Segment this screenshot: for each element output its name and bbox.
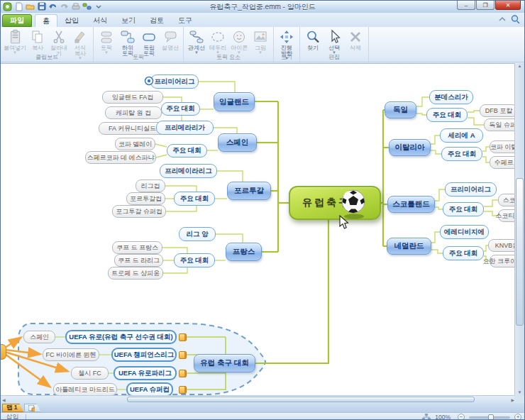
copy-icon [30, 29, 45, 45]
map-node-gersuper[interactable]: 독일 슈퍼컵 [484, 118, 516, 131]
tab-도구[interactable]: 도구 [171, 14, 199, 27]
horizontal-scrollbar[interactable]: ◀ ▶ [1, 395, 516, 403]
tab-홈[interactable]: 홈 [35, 14, 57, 27]
map-node-capital[interactable]: 캐피탈 원 컵 [105, 106, 162, 119]
map-node-eredivisie[interactable]: 에레디비지에 [440, 225, 489, 239]
map-node-cdl[interactable]: 쿠프 드 라리그 [114, 254, 163, 267]
map-node-supercoppa[interactable]: 수페르코파 [490, 156, 516, 169]
map-node-scolcup[interactable]: 스코티시 리그컵 [498, 209, 516, 222]
map-node-spain[interactable]: 스페인 [218, 133, 257, 152]
map-node-porcup[interactable]: 포르투갈컵 [126, 192, 165, 205]
map-node-scocup[interactable]: 스코티시컵 [498, 194, 516, 206]
ribbon-button-선택[interactable]: 선택▼ [324, 28, 345, 55]
map-node-usc[interactable]: UEFA 슈퍼컵 [126, 382, 173, 395]
vertical-scrollbar[interactable]: ▲ ▼ [514, 63, 524, 395]
map-node-coppa[interactable]: 코파 이탈리아 [490, 140, 516, 153]
map-node-spainB[interactable]: 스페인 [23, 331, 55, 343]
ribbon-group-클립보드: 붙여넣기▼복사잘라내기서식 복사▼클립보드 [1, 27, 94, 62]
tab-삽입[interactable]: 삽입 [57, 14, 86, 27]
note-icon[interactable] [179, 333, 187, 341]
subtopic-icon [120, 29, 136, 45]
map-node-nether[interactable]: 네덜란드 [387, 238, 431, 255]
minimize-button[interactable]: – [457, 1, 475, 10]
window-title: 유럽축구_작업중.emm - 알마인드 [1, 2, 524, 12]
map-node-germany[interactable]: 독일 [385, 101, 416, 118]
map-node-seriea[interactable]: 세리에 A [440, 128, 483, 143]
map-node-majorFra[interactable]: 주요 대회 [174, 253, 215, 267]
map-node-primeira[interactable]: 프리메이라리그 [160, 164, 217, 178]
map-node-france[interactable]: 프랑스 [226, 243, 262, 261]
map-node-majorPor[interactable]: 주요 대회 [174, 192, 215, 206]
group-label: 보기 [274, 53, 299, 62]
map-node-majorEng[interactable]: 주요 대회 [161, 102, 200, 116]
map-node-portugal[interactable]: 포르투갈 [227, 182, 271, 200]
map-node-italy[interactable]: 이탈리아 [389, 139, 431, 156]
map-node-dfb[interactable]: DFB 포칼 [480, 104, 516, 117]
map-node-orangeStub[interactable] [1, 344, 6, 360]
map-overview-icon[interactable] [422, 414, 431, 420]
map-node-chelsea[interactable]: 첼시 FC [71, 367, 109, 380]
map-node-copa[interactable]: 코파 델레이 [115, 138, 155, 150]
link-marker-icon[interactable] [144, 76, 154, 86]
map-node-uel[interactable]: UEFA 유로파리그 [114, 366, 177, 380]
map-node-knvb[interactable]: KNVB컵 [488, 239, 516, 252]
note-icon[interactable] [179, 386, 187, 394]
cut-icon [51, 29, 67, 45]
tab-서식[interactable]: 서식 [86, 14, 114, 27]
map-node-premierSco[interactable]: 프리미어리그 [445, 182, 497, 197]
map-node-primera[interactable]: 프리메라리가 [156, 121, 214, 135]
map-node-atletico[interactable]: 아틀레티코 마드리드 [53, 383, 117, 395]
map-node-cdf[interactable]: 쿠프 드 프랑스 [112, 241, 162, 254]
ribbon-button-설명선: 설명선 [160, 28, 181, 51]
scrollbar-corner [514, 395, 524, 403]
map-node-bundesliga[interactable]: 분데스리가 [429, 90, 473, 104]
map-node-euroComp[interactable]: 유럽 축구 대회 [194, 354, 255, 372]
note-icon[interactable] [179, 370, 187, 377]
map-node-johan[interactable]: 요한 크루이프 실드 [490, 255, 516, 267]
map-node-premierEng[interactable]: 프리미어리그 [150, 74, 199, 89]
horizontal-scroll-thumb[interactable] [127, 397, 475, 402]
tab-보기[interactable]: 보기 [114, 14, 143, 27]
note-icon[interactable] [179, 351, 187, 359]
map-node-porsuper[interactable]: 포그투갈 슈퍼컵 [112, 205, 166, 218]
callout-icon [162, 29, 178, 45]
scroll-up-icon[interactable]: ▲ [515, 64, 524, 68]
map-node-engFa[interactable]: 잉글랜드 FA컵 [102, 91, 163, 104]
ribbon-button-찾기[interactable]: 찾기 [302, 28, 324, 51]
scroll-left-icon[interactable]: ◀ [2, 396, 6, 403]
map-node-england[interactable]: 잉글랜드 [214, 92, 255, 111]
map-node-majorIta[interactable]: 주요 대회 [441, 147, 482, 161]
tab-검토[interactable]: 검토 [143, 14, 171, 27]
zoom-in-button[interactable]: + [514, 414, 521, 420]
zoom-slider[interactable] [469, 416, 510, 419]
status-bar: 삽입 100% − + [1, 412, 524, 420]
map-node-ucl[interactable]: UEFA 챔피언스리그 [111, 348, 177, 362]
map-node-bayern[interactable]: FC 바이에른 뮌헨 [43, 348, 99, 361]
map-node-supercopa[interactable]: 스페르코파 데 에스파냐 [85, 151, 156, 164]
ribbon-button-그림: 그림▼ [250, 28, 271, 55]
map-node-majorNed[interactable]: 주요 대회 [443, 246, 484, 260]
vertical-scroll-thumb[interactable] [516, 178, 524, 326]
ribbon-button-관계선[interactable]: 관계선▼ [186, 28, 207, 55]
sheet-tab-맵 1[interactable]: 맵 1 [2, 404, 24, 412]
close-button[interactable]: ✕ [495, 1, 521, 10]
scroll-down-icon[interactable]: ▼ [515, 390, 524, 394]
ribbon-button-독립-토픽[interactable]: 독립 토픽 [138, 28, 160, 57]
map-node-ligue1[interactable]: 리그 앙 [179, 227, 216, 241]
help-search-icon[interactable] [511, 15, 520, 23]
map-node-ligacup[interactable]: 리그컵 [136, 179, 165, 192]
zoom-slider-handle[interactable] [488, 414, 494, 420]
maximize-button[interactable]: ❐ [476, 1, 494, 10]
picture-icon [253, 29, 268, 45]
map-node-majorSco[interactable]: 주요 대회 [443, 202, 484, 216]
ribbon-button-하위-토픽[interactable]: 하위 토픽 [117, 28, 138, 57]
tab-파일[interactable]: 파일 [2, 14, 32, 27]
map-node-uefaEuro[interactable]: UEFA 유로(유럽 축구 선수권 대회) [65, 330, 177, 344]
map-node-trophee[interactable]: 트로페 드 샹피옹 [108, 267, 163, 280]
minimize-ribbon-icon[interactable] [499, 16, 506, 22]
new-map-tab[interactable] [24, 404, 41, 412]
map-node-majorEsp[interactable]: 주요 대회 [167, 144, 207, 158]
zoom-out-button[interactable]: − [458, 414, 465, 420]
map-node-scotland[interactable]: 스코틀랜드 [387, 196, 435, 213]
map-node-majorGer[interactable]: 주요 대회 [426, 108, 468, 122]
